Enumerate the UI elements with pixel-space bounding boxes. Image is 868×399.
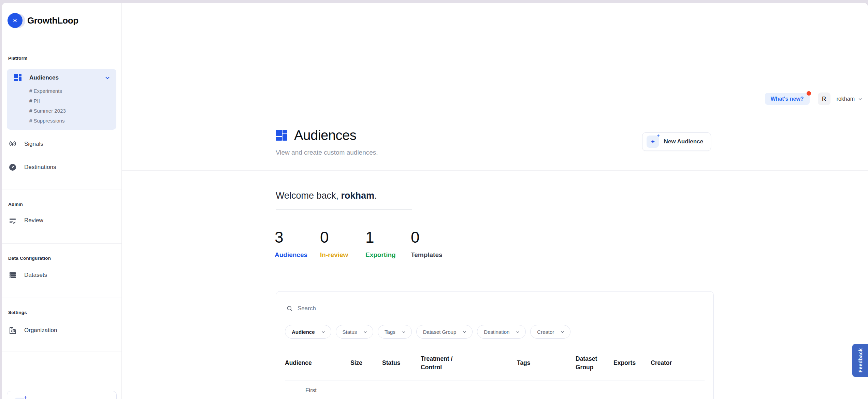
sidebar-item-label: Audiences bbox=[29, 74, 59, 81]
app-window: ✶ GrowthLoop Platform Audiences # Experi… bbox=[2, 3, 868, 399]
destinations-compass-icon bbox=[9, 163, 17, 171]
brand-name: GrowthLoop bbox=[27, 15, 78, 26]
sidebar-item-label: Organization bbox=[24, 327, 57, 334]
filter-tags[interactable]: Tags bbox=[378, 325, 412, 339]
sidebar-divider bbox=[2, 189, 121, 189]
sidebar-item-organization[interactable]: Organization bbox=[2, 323, 121, 338]
stat-label: Audiences bbox=[275, 251, 307, 259]
section-label-data-configuration: Data Configuration bbox=[2, 256, 121, 261]
column-header-status[interactable]: Status bbox=[382, 359, 421, 367]
sidebar-item-destinations[interactable]: Destinations bbox=[2, 160, 121, 175]
section-label-settings: Settings bbox=[2, 310, 121, 315]
page-title: Audiences bbox=[294, 128, 356, 143]
sidebar-divider bbox=[2, 243, 121, 244]
stat-exporting[interactable]: 1 Exporting bbox=[365, 228, 411, 259]
whats-new-button[interactable]: What's new? bbox=[765, 93, 810, 105]
datasets-server-icon bbox=[9, 271, 17, 279]
chevron-down-icon bbox=[321, 330, 326, 334]
welcome-divider bbox=[276, 209, 412, 210]
user-menu[interactable]: rokham bbox=[837, 96, 863, 102]
feedback-label: Feedback bbox=[857, 348, 863, 373]
search-input[interactable] bbox=[298, 305, 705, 312]
sidebar-item-label: Datasets bbox=[24, 272, 47, 279]
signals-broadcast-icon bbox=[9, 140, 17, 148]
welcome-block: Welcome back, rokham. bbox=[276, 190, 412, 210]
chevron-down-icon bbox=[560, 330, 565, 334]
audiences-grid-icon bbox=[276, 130, 287, 141]
stat-audiences[interactable]: 3 Audiences bbox=[275, 228, 320, 259]
sidebar-item-label: Review bbox=[24, 217, 43, 224]
sidebar-item-label: Signals bbox=[24, 141, 43, 147]
new-audience-button[interactable]: ✦+ New Audience bbox=[642, 132, 711, 151]
main-content: What's new? R rokham Audiences bbox=[122, 3, 868, 399]
chevron-down-icon[interactable] bbox=[105, 75, 110, 81]
filter-dataset-group[interactable]: Dataset Group bbox=[416, 325, 473, 339]
section-label-platform: Platform bbox=[2, 56, 121, 61]
sidebar-divider bbox=[2, 298, 121, 298]
chevron-down-icon bbox=[363, 330, 367, 334]
column-header-size[interactable]: Size bbox=[350, 359, 382, 367]
filter-status[interactable]: Status bbox=[336, 325, 374, 339]
account-row: What's new? R rokham bbox=[765, 92, 863, 105]
table-row[interactable]: First bbox=[285, 381, 705, 394]
filter-audience[interactable]: Audience bbox=[285, 325, 331, 339]
whats-new-label: What's new? bbox=[771, 96, 804, 102]
sidebar-subitem-experiments[interactable]: # Experiments bbox=[7, 86, 116, 96]
sidebar-item-audiences[interactable]: Audiences bbox=[7, 70, 116, 86]
search-bar bbox=[285, 305, 705, 312]
search-icon bbox=[286, 305, 293, 312]
chevron-down-icon bbox=[402, 330, 406, 334]
stats-row: 3 Audiences 0 In-review 1 Exporting 0 Te… bbox=[275, 228, 456, 259]
username: rokham bbox=[837, 96, 855, 102]
chevron-down-icon bbox=[516, 330, 520, 334]
stat-value: 1 bbox=[365, 228, 411, 246]
column-header-creator[interactable]: Creator bbox=[651, 359, 705, 367]
stat-label: Exporting bbox=[365, 251, 396, 259]
sidebar-item-review[interactable]: Review bbox=[2, 213, 121, 228]
section-label-admin: Admin bbox=[2, 202, 121, 207]
review-checklist-icon bbox=[9, 216, 17, 225]
column-header-tags[interactable]: Tags bbox=[517, 359, 576, 367]
sidebar-subitem-pii[interactable]: # PII bbox=[7, 96, 116, 106]
page-header: Audiences View and create custom audienc… bbox=[276, 128, 714, 156]
column-header-treatment-control[interactable]: Treatment / Control bbox=[421, 355, 517, 371]
column-header-dataset-group[interactable]: Dataset Group bbox=[576, 355, 613, 371]
stat-in-review[interactable]: 0 In-review bbox=[320, 228, 365, 259]
chevron-down-icon bbox=[462, 330, 467, 334]
stat-label: In-review bbox=[320, 251, 348, 259]
cell-audience-name[interactable]: First bbox=[285, 387, 350, 394]
filter-destination[interactable]: Destination bbox=[477, 325, 526, 339]
column-header-exports[interactable]: Exports bbox=[613, 359, 651, 367]
audiences-grid-icon bbox=[14, 74, 22, 82]
sidebar-item-signals[interactable]: Signals bbox=[2, 137, 121, 152]
sidebar-item-datasets[interactable]: Datasets bbox=[2, 268, 121, 283]
column-header-audience[interactable]: Audience bbox=[285, 359, 350, 367]
stat-templates[interactable]: 0 Templates bbox=[411, 228, 456, 259]
stat-value: 3 bbox=[275, 228, 320, 246]
sidebar: ✶ GrowthLoop Platform Audiences # Experi… bbox=[2, 3, 122, 399]
header-divider bbox=[122, 170, 868, 171]
sparkle-plus-icon: ✦+ bbox=[647, 136, 659, 148]
invite-person-plus-icon: + bbox=[15, 398, 25, 399]
sidebar-divider bbox=[2, 352, 121, 352]
chevron-down-icon bbox=[858, 97, 863, 101]
invite-teammates-button[interactable]: + Invite teammates bbox=[7, 391, 117, 399]
stat-label: Templates bbox=[411, 251, 443, 259]
filter-creator[interactable]: Creator bbox=[530, 325, 570, 339]
sidebar-item-label: Destinations bbox=[24, 164, 56, 171]
sidebar-subitem-summer-2023[interactable]: # Summer 2023 bbox=[7, 106, 116, 116]
table-header: Audience Size Status Treatment / Control… bbox=[285, 345, 705, 381]
sidebar-subitem-suppressions[interactable]: # Suppressions bbox=[7, 116, 116, 126]
filter-row: Audience Status Tags Dataset Group Desti… bbox=[285, 325, 705, 339]
notification-dot bbox=[807, 91, 811, 96]
brand[interactable]: ✶ GrowthLoop bbox=[2, 3, 121, 28]
feedback-button[interactable]: Feedback bbox=[852, 344, 868, 377]
audience-list-card: Audience Status Tags Dataset Group Desti… bbox=[276, 291, 714, 399]
welcome-message: Welcome back, rokham. bbox=[276, 190, 412, 201]
stat-value: 0 bbox=[320, 228, 365, 246]
growthloop-logo-icon: ✶ bbox=[8, 13, 23, 28]
sidebar-group-audiences: Audiences # Experiments # PII # Summer 2… bbox=[7, 69, 116, 130]
stat-value: 0 bbox=[411, 228, 456, 246]
avatar[interactable]: R bbox=[818, 92, 830, 105]
organization-building-icon bbox=[9, 326, 17, 334]
